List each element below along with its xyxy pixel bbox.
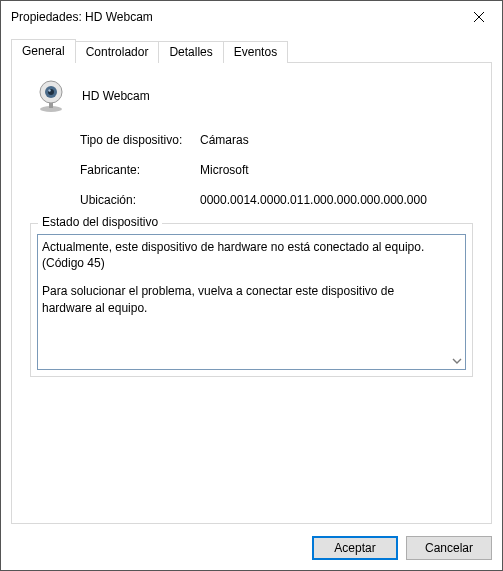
client-area: General Controlador Detalles Eventos HD … bbox=[1, 33, 502, 570]
close-button[interactable] bbox=[456, 1, 502, 33]
row-location: Ubicación: 0000.0014.0000.011.000.000.00… bbox=[80, 193, 473, 207]
row-manufacturer: Fabricante: Microsoft bbox=[80, 163, 473, 177]
device-name: HD Webcam bbox=[82, 89, 150, 103]
status-line-1: Actualmente, este dispositivo de hardwar… bbox=[42, 239, 447, 271]
value-type: Cámaras bbox=[200, 133, 473, 147]
properties-window: Propiedades: HD Webcam General Controlad… bbox=[0, 0, 503, 571]
tab-driver[interactable]: Controlador bbox=[76, 41, 160, 63]
property-list: Tipo de dispositivo: Cámaras Fabricante:… bbox=[80, 133, 473, 207]
dialog-buttons: Aceptar Cancelar bbox=[11, 524, 492, 560]
ok-button[interactable]: Aceptar bbox=[312, 536, 398, 560]
chevron-down-icon bbox=[452, 356, 462, 366]
webcam-icon bbox=[34, 79, 68, 113]
value-manufacturer: Microsoft bbox=[200, 163, 473, 177]
row-type: Tipo de dispositivo: Cámaras bbox=[80, 133, 473, 147]
close-icon bbox=[474, 12, 484, 22]
svg-point-7 bbox=[48, 89, 50, 91]
window-title: Propiedades: HD Webcam bbox=[11, 10, 456, 24]
titlebar: Propiedades: HD Webcam bbox=[1, 1, 502, 33]
device-status-text[interactable]: Actualmente, este dispositivo de hardwar… bbox=[37, 234, 466, 370]
status-groupbox: Estado del dispositivo Actualmente, este… bbox=[30, 223, 473, 377]
value-location: 0000.0014.0000.011.000.000.000.000.000 bbox=[200, 193, 473, 207]
tab-general[interactable]: General bbox=[11, 39, 76, 63]
device-header: HD Webcam bbox=[30, 79, 473, 113]
label-manufacturer: Fabricante: bbox=[80, 163, 200, 177]
tabpanel-general: HD Webcam Tipo de dispositivo: Cámaras F… bbox=[11, 62, 492, 524]
status-line-2: Para solucionar el problema, vuelva a co… bbox=[42, 283, 447, 315]
label-type: Tipo de dispositivo: bbox=[80, 133, 200, 147]
status-group-label: Estado del dispositivo bbox=[38, 215, 162, 229]
cancel-button[interactable]: Cancelar bbox=[406, 536, 492, 560]
status-group-border: Actualmente, este dispositivo de hardwar… bbox=[30, 223, 473, 377]
tabstrip: General Controlador Detalles Eventos bbox=[11, 41, 492, 63]
label-location: Ubicación: bbox=[80, 193, 200, 207]
tab-details[interactable]: Detalles bbox=[159, 41, 223, 63]
tab-events[interactable]: Eventos bbox=[224, 41, 288, 63]
